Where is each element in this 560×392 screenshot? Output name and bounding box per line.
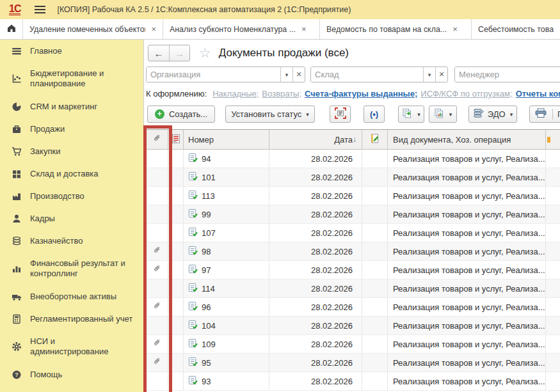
gear-icon — [12, 341, 22, 352]
home-tab[interactable] — [0, 19, 23, 39]
create-button[interactable]: + Создать... — [147, 106, 215, 123]
close-icon[interactable]: × — [452, 25, 458, 33]
sidebar-item-main[interactable]: Главное — [0, 40, 143, 62]
link-commission-reports[interactable]: Отчеты комисс — [516, 89, 560, 98]
table-row[interactable]: 9328.02.2026Реализация товаров и услуг, … — [147, 372, 560, 391]
column-header-number[interactable]: Номер — [184, 130, 269, 149]
tab-subconto-analysis[interactable]: Анализ субконто Номенклатура ... × — [163, 19, 320, 39]
barcode-scan-button[interactable] — [330, 106, 351, 123]
sidebar-item-noncurrent-assets[interactable]: Внеоборотные активы — [0, 285, 143, 308]
chevron-down-icon[interactable]: ▾ — [280, 67, 292, 82]
sidebar-item-hr[interactable]: Кадры — [0, 207, 143, 230]
sidebar-item-purchases[interactable]: Закупки — [0, 140, 143, 162]
document-posted-icon — [188, 264, 198, 276]
column-header-date[interactable]: Дата ↓ — [269, 130, 362, 149]
reports-button[interactable]: ▾ — [429, 106, 457, 123]
column-header-doc-type[interactable]: Вид документа, Хоз. операция — [388, 130, 546, 149]
paperclip-icon — [153, 265, 162, 276]
chevron-down-icon[interactable]: ▾ — [423, 67, 435, 82]
link-isf-ksf[interactable]: ИСФ/КСФ по отгрузкам; — [420, 89, 512, 98]
column-header-print-status[interactable] — [168, 130, 184, 149]
main-menu-icon[interactable] — [35, 4, 45, 15]
tab-label: Себестоимость това... — [478, 25, 554, 34]
chevron-down-icon: ▾ — [449, 111, 452, 118]
print-button[interactable]: П — [529, 106, 560, 123]
sidebar-item-label: Финансовый результат и контроллинг — [30, 258, 136, 279]
table-row[interactable]: 10728.02.2026Реализация товаров и услуг,… — [147, 224, 560, 242]
clear-icon[interactable]: ✕ — [435, 67, 447, 82]
exchange-signal-button[interactable]: (•) — [364, 106, 385, 123]
table-row[interactable]: 11328.02.2026Реализация товаров и услуг,… — [147, 187, 560, 205]
sidebar-item-budgeting[interactable]: Бюджетирование и планирование — [0, 62, 143, 95]
cell-doc-type: Реализация товаров и услуг, Реализа... — [388, 354, 546, 372]
sidebar-item-label: Кадры — [30, 214, 136, 224]
sidebar-item-production[interactable]: Производство — [0, 185, 143, 207]
tab-goods-statement[interactable]: Ведомость по товарам на скла... × — [320, 19, 472, 39]
table-row[interactable]: 10428.02.2026Реализация товаров и услуг,… — [147, 317, 560, 335]
close-icon[interactable]: × — [151, 25, 156, 33]
cell-date: 28.02.2026 — [269, 224, 362, 242]
cell-number: 101 — [202, 173, 216, 182]
menu-icon — [12, 46, 22, 56]
copy-documents-button[interactable]: ▾ — [398, 106, 424, 123]
cell-date: 28.02.2026 — [269, 335, 362, 353]
column-header-partial[interactable] — [546, 130, 560, 149]
factory-icon — [12, 191, 22, 201]
sidebar-item-financial-result[interactable]: Финансовый результат и контроллинг — [0, 252, 143, 285]
tab-cost-price[interactable]: Себестоимость това... — [472, 19, 560, 39]
close-icon[interactable]: × — [301, 25, 307, 33]
cell-number: 93 — [202, 377, 211, 386]
filter-row: ▾ ✕ ▾ ✕ — [146, 67, 560, 82]
sidebar-item-warehouse[interactable]: Склад и доставка — [0, 162, 143, 185]
table-row[interactable]: 9828.02.2026Реализация товаров и услуг, … — [147, 242, 560, 261]
cell-date: 28.02.2026 — [269, 205, 362, 223]
back-button[interactable]: ← — [148, 45, 169, 61]
column-header-doc-icon[interactable] — [362, 130, 388, 149]
cell-date: 28.02.2026 — [269, 150, 362, 168]
table-row[interactable]: 9928.02.2026Реализация товаров и услуг, … — [147, 205, 560, 224]
manager-input[interactable] — [455, 67, 560, 82]
clear-icon[interactable]: ✕ — [292, 67, 305, 82]
printed-form-icon — [172, 134, 180, 145]
plus-icon: + — [155, 109, 164, 119]
table-row[interactable]: 9428.02.2026Реализация товаров и услуг, … — [147, 150, 560, 168]
sidebar-item-regulated-accounting[interactable]: Регламентированный учет — [0, 308, 143, 330]
cell-date: 28.02.2026 — [269, 317, 362, 334]
sidebar-item-nsi-administration[interactable]: НСИ и администрирование — [0, 330, 143, 363]
table-row[interactable]: 9628.02.2026Реализация товаров и услуг, … — [147, 298, 560, 317]
link-invoices[interactable]: Накладные; — [212, 89, 259, 98]
sidebar-item-help[interactable]: ? Помощь — [0, 363, 143, 386]
cell-number: 97 — [202, 265, 211, 275]
cell-date: 28.02.2026 — [269, 168, 362, 186]
forward-button[interactable]: → — [169, 45, 189, 61]
link-issued-invoices[interactable]: Счета-фактуры выданные; — [305, 89, 417, 98]
sidebar-item-treasury[interactable]: Казначейство — [0, 230, 143, 252]
planning-chart-icon — [12, 74, 22, 84]
table-row[interactable]: 9728.02.2026Реализация товаров и услуг, … — [147, 261, 560, 279]
paperclip-icon — [153, 302, 162, 313]
table-row[interactable]: 10128.02.2026Реализация товаров и услуг,… — [147, 168, 560, 187]
organization-input[interactable] — [147, 67, 280, 82]
warehouse-input[interactable] — [311, 67, 423, 82]
cell-doc-type: Реализация товаров и услуг, Реализа... — [388, 372, 546, 390]
calculator-icon — [12, 314, 22, 324]
document-posted-icon — [188, 301, 198, 313]
cell-number: 95 — [202, 358, 211, 368]
sidebar-item-sales[interactable]: Продажи — [0, 118, 143, 140]
printer-icon — [535, 108, 547, 120]
set-status-button[interactable]: Установить статус ▾ — [225, 106, 315, 123]
table-row[interactable]: 9528.02.2026Реализация товаров и услуг, … — [147, 354, 560, 372]
tab-deletion-marked-objects[interactable]: Удаление помеченных объектов × — [23, 19, 163, 39]
edo-button[interactable]: ЭДО ▾ — [468, 106, 517, 123]
bar-chart-icon — [12, 263, 22, 274]
sidebar-item-label: CRM и маркетинг — [30, 102, 136, 112]
main-panel: ← → ☆ Документы продажи (все) ▾ ✕ ▾ ✕ К … — [145, 40, 560, 392]
sidebar-item-label: Производство — [30, 191, 136, 201]
link-returns[interactable]: Возвраты; — [262, 89, 301, 98]
sidebar-item-crm[interactable]: CRM и маркетинг — [0, 95, 143, 118]
favorite-star-icon[interactable]: ☆ — [199, 45, 211, 61]
manager-filter — [454, 67, 560, 82]
column-header-attachment[interactable] — [147, 130, 168, 149]
table-row[interactable]: 10928.02.2026Реализация товаров и услуг,… — [147, 335, 560, 354]
table-row[interactable]: 11428.02.2026Реализация товаров и услуг,… — [147, 279, 560, 298]
